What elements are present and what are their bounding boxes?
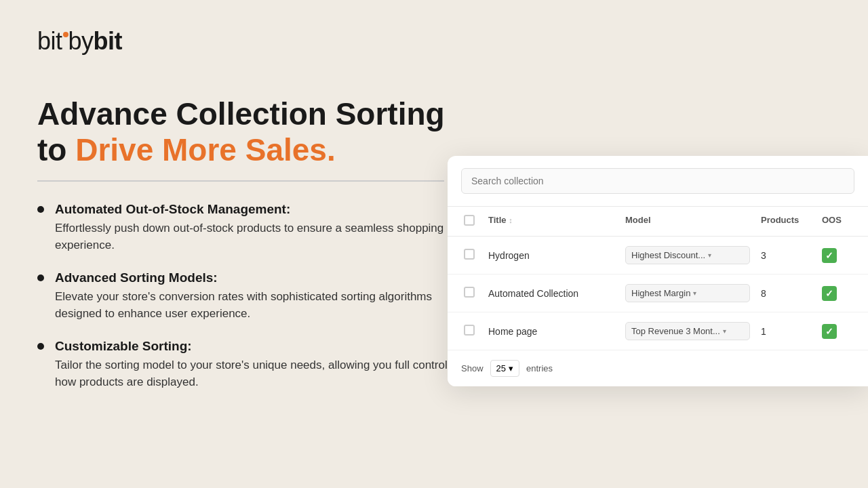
bullet-2 xyxy=(37,274,44,281)
logo: bitbybit xyxy=(37,27,478,56)
headline-line1: Advance Collection Sorting xyxy=(37,96,445,131)
row3-checkbox-cell xyxy=(458,315,483,347)
feature-content-3: Customizable Sorting: Tailor the sorting… xyxy=(55,339,478,391)
entries-label: entries xyxy=(526,363,553,373)
entries-value: 25 xyxy=(496,363,506,373)
th-checkbox xyxy=(458,207,483,236)
divider xyxy=(37,180,444,182)
right-panel: Title ↕ Model Products OOS Hydrogen High… xyxy=(448,156,868,386)
bullet-3 xyxy=(37,343,44,350)
table-row: Automated Collection Highest Margin ▾ 8 xyxy=(448,274,868,312)
feature-title-2: Advanced Sorting Models: xyxy=(55,270,478,285)
table-header: Title ↕ Model Products OOS xyxy=(448,207,868,237)
row1-checkbox[interactable] xyxy=(464,249,475,260)
row2-oos xyxy=(816,277,857,310)
show-label: Show xyxy=(461,363,484,373)
table-row: Home page Top Revenue 3 Mont... ▾ 1 xyxy=(448,312,868,350)
row2-oos-check[interactable] xyxy=(822,286,837,301)
feature-desc-3: Tailor the sorting model to your store's… xyxy=(55,357,478,391)
feature-item-3: Customizable Sorting: Tailor the sorting… xyxy=(37,339,478,391)
row3-oos-check[interactable] xyxy=(822,324,837,339)
row3-title: Home page xyxy=(483,317,620,346)
entries-select[interactable]: 25 ▾ xyxy=(490,360,519,377)
feature-content-2: Advanced Sorting Models: Elevate your st… xyxy=(55,270,478,323)
row1-products: 3 xyxy=(755,241,816,270)
headline: Advance Collection Sorting to Drive More… xyxy=(37,96,478,168)
logo-dot xyxy=(63,32,68,37)
row1-model-dropdown[interactable]: Highest Discount... ▾ xyxy=(625,246,750,264)
row3-products: 1 xyxy=(755,317,816,346)
logo-by: by xyxy=(68,27,94,55)
row1-checkbox-cell xyxy=(458,239,483,271)
row2-model[interactable]: Highest Margin ▾ xyxy=(620,274,755,312)
row2-products: 8 xyxy=(755,279,816,308)
headline-line2-plain: to xyxy=(37,132,75,167)
row2-title: Automated Collection xyxy=(483,279,620,308)
search-bar xyxy=(448,156,868,207)
th-model: Model xyxy=(620,207,755,236)
feature-desc-1: Effortlessly push down out-of-stock prod… xyxy=(55,220,478,254)
entries-chevron-icon: ▾ xyxy=(509,363,513,373)
left-panel: bitbybit Advance Collection Sorting to D… xyxy=(37,27,478,407)
row3-chevron-icon: ▾ xyxy=(723,327,726,335)
row3-model-dropdown[interactable]: Top Revenue 3 Mont... ▾ xyxy=(625,322,750,340)
row3-model[interactable]: Top Revenue 3 Mont... ▾ xyxy=(620,312,755,350)
row2-chevron-icon: ▾ xyxy=(693,289,696,297)
table-row: Hydrogen Highest Discount... ▾ 3 xyxy=(448,237,868,274)
features-list: Automated Out-of-Stock Management: Effor… xyxy=(37,202,478,391)
feature-item-2: Advanced Sorting Models: Elevate your st… xyxy=(37,270,478,323)
table-footer: Show 25 ▾ entries xyxy=(448,350,868,386)
feature-content-1: Automated Out-of-Stock Management: Effor… xyxy=(55,202,478,254)
title-sort-icon: ↕ xyxy=(509,216,513,224)
feature-title-1: Automated Out-of-Stock Management: xyxy=(55,202,478,217)
row3-oos xyxy=(816,314,857,348)
bullet-1 xyxy=(37,206,44,213)
row2-checkbox-cell xyxy=(458,277,483,309)
th-products: Products xyxy=(755,207,816,236)
row2-checkbox[interactable] xyxy=(464,287,475,298)
row1-model[interactable]: Highest Discount... ▾ xyxy=(620,237,755,274)
headline-line2-orange: Drive More Sales. xyxy=(75,132,336,167)
logo-bit2: bit xyxy=(94,27,122,55)
row1-oos xyxy=(816,239,857,272)
header-checkbox[interactable] xyxy=(464,215,475,226)
feature-title-3: Customizable Sorting: xyxy=(55,339,478,354)
feature-desc-2: Elevate your store's conversion rates wi… xyxy=(55,288,478,323)
row1-oos-check[interactable] xyxy=(822,248,837,263)
row2-model-dropdown[interactable]: Highest Margin ▾ xyxy=(625,284,750,302)
th-oos: OOS xyxy=(816,207,857,236)
logo-bit1: bit xyxy=(37,27,62,55)
th-title: Title ↕ xyxy=(483,207,620,236)
search-input[interactable] xyxy=(461,168,854,194)
row1-title: Hydrogen xyxy=(483,241,620,270)
logo-text: bitbybit xyxy=(37,27,122,56)
row3-checkbox[interactable] xyxy=(464,325,475,336)
row1-chevron-icon: ▾ xyxy=(708,251,711,259)
feature-item-1: Automated Out-of-Stock Management: Effor… xyxy=(37,202,478,254)
